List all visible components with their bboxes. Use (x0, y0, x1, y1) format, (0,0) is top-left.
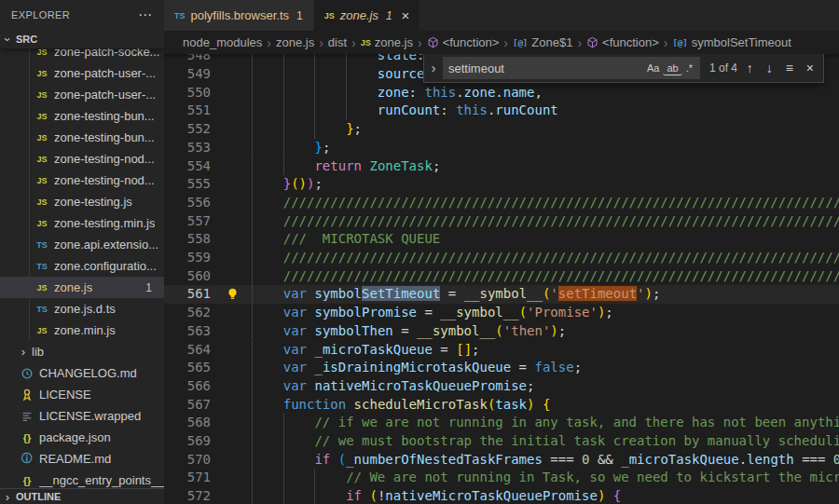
code-text[interactable]: if (_numberOfNestedTaskFrames === 0 && _… (252, 451, 839, 470)
code-text[interactable]: // we must bootstrap the initial task cr… (252, 432, 839, 451)
tree-item-readme-md[interactable]: ⓘREADME.md (0, 448, 164, 470)
line-number[interactable]: 563 (164, 322, 211, 341)
line-number[interactable]: 570 (164, 451, 211, 470)
line-number[interactable]: 558 (164, 230, 211, 249)
code-text[interactable]: /// MICROTASK QUEUE (252, 230, 839, 249)
explorer-more-actions-icon[interactable]: ⋯ (138, 7, 153, 23)
tree-item-zone-api-extensio-[interactable]: TSzone.api.extensio... (0, 234, 164, 255)
line-number[interactable]: 562 (164, 304, 211, 322)
whole-word-toggle[interactable]: ab (663, 61, 681, 75)
line-number[interactable]: 555 (164, 175, 211, 194)
breadcrumb-item[interactable]: [@]Zone$1 (513, 35, 572, 49)
code-line-556[interactable]: 556 ////////////////////////////////////… (164, 194, 839, 212)
code-text[interactable]: // We are not running in Task, so we nee… (252, 469, 839, 487)
code-text[interactable]: }; (252, 120, 839, 139)
tree-item-lib[interactable]: ›lib (0, 341, 164, 362)
line-number[interactable]: 551 (164, 102, 211, 120)
line-number[interactable]: 553 (164, 139, 211, 157)
code-line-570[interactable]: 570 if (_numberOfNestedTaskFrames === 0 … (164, 451, 839, 470)
code-text[interactable]: var symbolSetTimeout = __symbol__('setTi… (252, 285, 839, 304)
code-line-562[interactable]: 562 var symbolPromise = __symbol__('Prom… (164, 304, 839, 322)
tree-item-zone-js-d-ts[interactable]: TSzone.js.d.ts (0, 298, 164, 320)
code-text[interactable]: ////////////////////////////////////////… (252, 212, 839, 231)
section-header-src[interactable]: › SRC (0, 30, 164, 48)
lightbulb-icon[interactable] (226, 287, 240, 301)
code-text[interactable]: var _isDrainingMicrotaskQueue = false; (252, 359, 839, 377)
code-text[interactable]: runCount: this.runCount (252, 102, 839, 120)
code-text[interactable]: ////////////////////////////////////////… (252, 267, 839, 286)
tab-polyfills-browser-ts[interactable]: TSpolyfills.browser.ts1 (164, 0, 314, 31)
code-line-569[interactable]: 569 // we must bootstrap the initial tas… (164, 432, 839, 451)
find-in-selection-icon[interactable]: ≡ (786, 61, 793, 75)
line-number[interactable]: 549 (164, 65, 211, 84)
breadcrumb-item[interactable]: node_modules (183, 35, 262, 49)
code-text[interactable]: }; (252, 139, 839, 157)
tree-item-zone-testing-bun-[interactable]: JSzone-testing-bun... (0, 127, 164, 148)
close-find-icon[interactable]: × (806, 61, 814, 75)
code-text[interactable]: ////////////////////////////////////////… (252, 194, 839, 212)
code-line-572[interactable]: 572 if (!nativeMicroTaskQueuePromise) { (164, 487, 839, 504)
code-line-564[interactable]: 564 var _microTaskQueue = []; (164, 341, 839, 360)
line-number[interactable]: 568 (164, 414, 211, 432)
tree-item-zone-testing-nod-[interactable]: JSzone-testing-nod... (0, 148, 164, 170)
breadcrumb-item[interactable]: <function> (427, 35, 500, 49)
code-text[interactable]: var symbolPromise = __symbol__('Promise'… (252, 304, 839, 322)
breadcrumb-item[interactable]: zone.js (276, 35, 314, 49)
code-line-565[interactable]: 565 var _isDrainingMicrotaskQueue = fals… (164, 359, 839, 377)
breadcrumb-item[interactable]: <function> (586, 35, 659, 49)
breadcrumb-item[interactable]: dist (328, 35, 347, 49)
section-header-outline[interactable]: › OUTLINE (0, 488, 164, 504)
line-number[interactable]: 571 (164, 469, 211, 487)
line-number[interactable]: 561 (164, 285, 211, 304)
tree-item-zone-testing-nod-[interactable]: JSzone-testing-nod... (0, 170, 164, 191)
code-line-557[interactable]: 557 ////////////////////////////////////… (164, 212, 839, 231)
code-line-550[interactable]: 550 zone: this.zone.name, (164, 84, 839, 102)
breadcrumb-item[interactable]: [@]symbolSetTimeout (672, 35, 791, 49)
line-number[interactable]: 565 (164, 359, 211, 377)
tree-item-zone-patch-user-[interactable]: JSzone-patch-user-... (0, 84, 164, 105)
code-line-567[interactable]: 567 function scheduleMicroTask(task) { (164, 396, 839, 415)
code-line-555[interactable]: 555 }()); (164, 175, 839, 194)
code-text[interactable]: ////////////////////////////////////////… (252, 249, 839, 267)
code-text[interactable]: }()); (252, 175, 839, 194)
line-number[interactable]: 548 (164, 54, 211, 65)
code-text[interactable]: var symbolThen = __symbol__('then'); (252, 322, 839, 341)
line-number[interactable]: 552 (164, 120, 211, 139)
code-line-568[interactable]: 568 // if we are not running in any task… (164, 414, 839, 432)
find-input[interactable] (448, 61, 643, 75)
tree-item-zone-js[interactable]: JSzone.js1 (0, 277, 164, 298)
code-line-552[interactable]: 552 }; (164, 120, 839, 139)
line-number[interactable]: 569 (164, 432, 211, 451)
line-number[interactable]: 572 (164, 487, 211, 504)
code-line-551[interactable]: 551 runCount: this.runCount (164, 102, 839, 120)
line-number[interactable]: 550 (164, 84, 211, 102)
tree-item-zone-patch-user-[interactable]: JSzone-patch-user-... (0, 62, 164, 84)
tree-item-zone-configuratio-[interactable]: TSzone.configuratio... (0, 255, 164, 277)
breadcrumb-item[interactable]: JSzone.js (361, 35, 413, 49)
code-text[interactable]: var _microTaskQueue = []; (252, 341, 839, 360)
line-number[interactable]: 554 (164, 157, 211, 176)
code-line-554[interactable]: 554 return ZoneTask; (164, 157, 839, 176)
tree-item-zone-testing-bun-[interactable]: JSzone-testing-bun... (0, 105, 164, 127)
code-line-566[interactable]: 566 var nativeMicroTaskQueuePromise; (164, 377, 839, 396)
line-number[interactable]: 560 (164, 267, 211, 286)
code-text[interactable]: // if we are not running in any task, an… (252, 414, 839, 432)
line-number[interactable]: 566 (164, 377, 211, 396)
line-number[interactable]: 557 (164, 212, 211, 231)
line-number[interactable]: 567 (164, 396, 211, 415)
code-line-559[interactable]: 559 ////////////////////////////////////… (164, 249, 839, 267)
match-case-toggle[interactable]: Aa (643, 61, 663, 75)
tree-item-changelog-md[interactable]: CHANGELOG.md (0, 362, 164, 384)
code-text[interactable]: function scheduleMicroTask(task) { (252, 396, 839, 415)
tree-item-zone-testing-js[interactable]: JSzone-testing.js (0, 191, 164, 212)
line-number[interactable]: 556 (164, 194, 211, 212)
line-number[interactable]: 564 (164, 341, 211, 360)
code-text[interactable]: zone: this.zone.name, (252, 84, 839, 102)
toggle-replace-icon[interactable]: › (424, 61, 443, 75)
tree-item-license-wrapped[interactable]: LICENSE.wrapped (0, 405, 164, 427)
tab-zone-js[interactable]: JSzone.js1× (314, 0, 421, 31)
code-line-553[interactable]: 553 }; (164, 139, 839, 157)
previous-match-icon[interactable]: ↑ (747, 61, 753, 75)
next-match-icon[interactable]: ↓ (766, 61, 773, 75)
regex-toggle[interactable]: .* (682, 61, 696, 75)
